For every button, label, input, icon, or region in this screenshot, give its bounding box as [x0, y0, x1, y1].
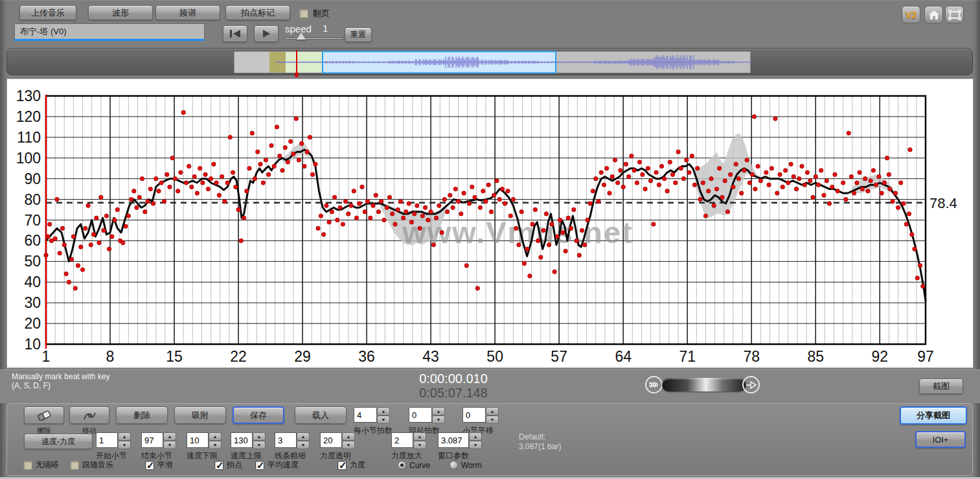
big-wave-arrow-icon — [746, 381, 757, 389]
spin-up-button[interactable]: ▲ — [342, 432, 355, 441]
spin-down-button[interactable]: ▼ — [486, 415, 499, 424]
erase-button[interactable] — [24, 406, 64, 424]
speed-slider-track[interactable] — [284, 38, 343, 40]
dynamics-opacity-input[interactable] — [320, 432, 342, 448]
ioi-button[interactable]: IOI+ — [915, 431, 966, 448]
no-click-option: 无嘀嗒 — [23, 459, 59, 471]
spin-down-button[interactable]: ▼ — [209, 441, 222, 449]
volume-min-button[interactable] — [645, 376, 663, 393]
spin-up-button[interactable]: ▲ — [163, 432, 176, 441]
spin-down-button[interactable]: ▼ — [413, 441, 426, 449]
beat-mark-label: 拍点标记 — [241, 7, 275, 19]
fullscreen-icon — [948, 10, 961, 20]
snapshot-button[interactable]: 截图 — [919, 379, 963, 394]
save-label: 保存 — [250, 410, 267, 421]
waveform-track[interactable] — [234, 51, 751, 73]
spinner-arrows: ▲▼ — [253, 432, 266, 448]
spectrum-button[interactable]: 频谱 — [155, 5, 220, 20]
beat-points-option: 拍点 — [214, 459, 242, 471]
spin-down-button[interactable]: ▼ — [118, 441, 131, 449]
rewind-button[interactable] — [223, 25, 247, 42]
save-button[interactable]: 保存 — [233, 406, 284, 424]
dynamics-label: 力度 — [350, 460, 365, 469]
end-bar-input[interactable] — [141, 432, 163, 448]
follow-music-checkbox[interactable] — [70, 461, 79, 470]
line-width-input[interactable] — [275, 432, 297, 448]
tempo-chart-canvas[interactable]: 1020304050607080901001101201301815222936… — [7, 79, 974, 369]
spin-up-button[interactable]: ▲ — [118, 432, 131, 441]
svg-text:80: 80 — [24, 191, 41, 208]
dynamics-checkbox[interactable] — [337, 461, 347, 470]
dynamics-scale-input[interactable] — [391, 432, 413, 448]
snapshot-label: 截图 — [933, 380, 950, 392]
spin-up-button[interactable]: ▲ — [253, 432, 266, 441]
beat-mark-button[interactable]: 拍点标记 — [225, 5, 290, 20]
spin-up-button[interactable]: ▲ — [486, 407, 499, 415]
beat-key-hint-line2: (A, S, D, F) — [12, 381, 51, 390]
load-button[interactable]: 载入 — [295, 406, 347, 424]
spinner-arrows: ▲▼ — [377, 407, 390, 423]
smooth-checkbox[interactable] — [145, 461, 154, 470]
spinner-arrows: ▲▼ — [469, 432, 482, 448]
spin-down-button[interactable]: ▼ — [432, 415, 445, 424]
svg-text:97: 97 — [917, 348, 934, 365]
share-screenshot-label: 分享截图 — [917, 410, 950, 421]
delete-button[interactable]: 删除 — [116, 406, 168, 424]
version-badge: V2 — [902, 6, 920, 23]
svg-text:50: 50 — [24, 253, 41, 270]
waveform-button[interactable]: 波形 — [88, 5, 153, 20]
spin-down-button[interactable]: ▼ — [342, 441, 355, 449]
mean-tempo-checkbox[interactable] — [255, 461, 264, 470]
spin-up-button[interactable]: ▲ — [432, 407, 445, 415]
bar-shift-input[interactable] — [462, 407, 486, 423]
spinner-arrows: ▲▼ — [432, 407, 445, 423]
eraser-icon — [36, 410, 52, 421]
pickup-beats-input[interactable] — [409, 407, 432, 423]
rewind-icon — [229, 29, 241, 38]
svg-text:92: 92 — [871, 348, 888, 365]
volume-max-button[interactable] — [742, 376, 760, 393]
upload-music-button[interactable]: 上传音乐 — [19, 5, 76, 20]
fullscreen-button[interactable] — [945, 6, 964, 23]
window-param-input[interactable] — [438, 432, 469, 448]
waveform-overview-strip[interactable] — [6, 48, 973, 75]
curve-radio-label: Curve — [409, 461, 430, 470]
svg-text:78.4: 78.4 — [929, 195, 957, 211]
spin-up-button[interactable]: ▲ — [469, 432, 482, 441]
reset-label: 重置 — [350, 29, 366, 40]
spinner-arrows: ▲▼ — [118, 432, 131, 448]
start-bar-input[interactable] — [96, 432, 118, 448]
svg-text:20: 20 — [24, 315, 41, 332]
no-click-checkbox[interactable] — [23, 461, 32, 470]
tempo-max-input[interactable] — [231, 432, 253, 448]
beats-per-bar-input[interactable] — [354, 407, 377, 423]
page-turn-checkbox[interactable] — [299, 9, 308, 18]
worm-radio[interactable] — [450, 461, 458, 469]
spin-up-button[interactable]: ▲ — [297, 432, 310, 441]
tempo-dynamics-label: 速度-力度 — [41, 436, 75, 447]
spinner-arrows: ▲▼ — [163, 432, 176, 448]
spin-up-button[interactable]: ▲ — [377, 407, 390, 415]
play-button[interactable] — [254, 25, 279, 42]
curve-radio[interactable] — [398, 461, 406, 469]
tempo-dynamics-mode-button[interactable]: 速度-力度 — [24, 434, 93, 449]
spin-down-button[interactable]: ▼ — [253, 441, 266, 449]
tempo-min-input[interactable] — [187, 432, 209, 448]
spin-up-button[interactable]: ▲ — [413, 432, 426, 441]
spin-down-button[interactable]: ▼ — [377, 415, 390, 424]
reset-button[interactable]: 重置 — [345, 27, 372, 42]
move-button[interactable] — [69, 406, 109, 424]
track-name-input[interactable] — [14, 23, 205, 41]
svg-text:130: 130 — [16, 88, 41, 104]
spin-down-button[interactable]: ▼ — [469, 441, 482, 449]
spin-up-button[interactable]: ▲ — [209, 432, 222, 441]
spin-down-button[interactable]: ▼ — [297, 441, 310, 449]
svg-text:90: 90 — [24, 170, 41, 187]
snap-button[interactable]: 吸附 — [174, 406, 226, 424]
beat-points-checkbox[interactable] — [214, 461, 223, 470]
volume-slider[interactable] — [662, 378, 746, 391]
spin-down-button[interactable]: ▼ — [163, 441, 176, 449]
share-screenshot-button[interactable]: 分享截图 — [900, 406, 967, 425]
speed-slider-thumb[interactable] — [297, 32, 306, 40]
home-button[interactable] — [924, 6, 943, 23]
